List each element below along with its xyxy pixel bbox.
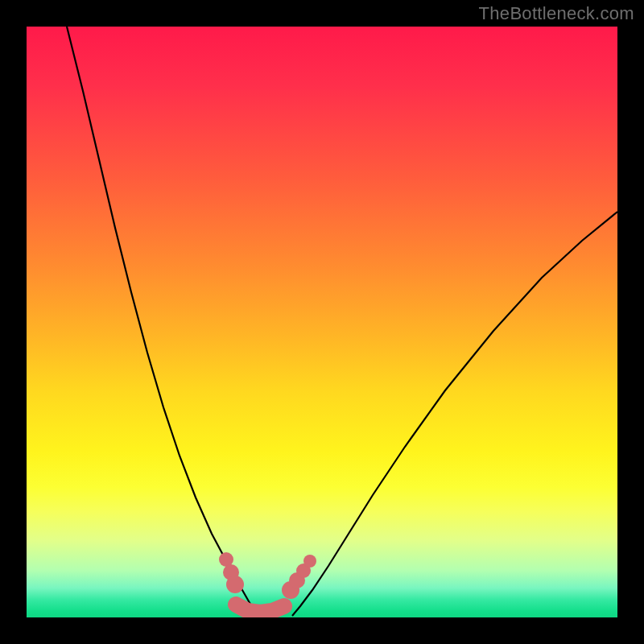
left-dot-3	[226, 576, 244, 593]
chart-svg	[27, 27, 617, 617]
watermark-text: TheBottleneck.com	[479, 3, 634, 24]
floor-band-path	[236, 605, 284, 613]
plot-area	[27, 27, 617, 617]
marker-layer	[219, 552, 316, 599]
chart-frame: TheBottleneck.com	[0, 0, 644, 644]
right-dot-4	[303, 555, 316, 568]
left-curve-path	[67, 27, 258, 616]
right-curve-path	[292, 212, 617, 616]
